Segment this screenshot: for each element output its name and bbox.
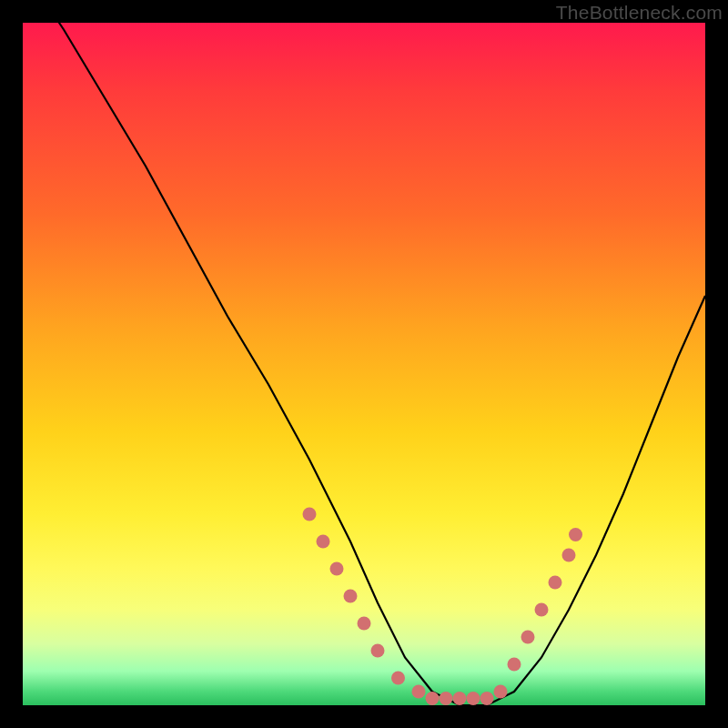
marker-dot	[330, 562, 344, 576]
plot-area	[23, 23, 705, 705]
bottleneck-curve	[23, 0, 705, 705]
marker-dot	[562, 549, 576, 562]
marker-dot	[480, 692, 494, 705]
marker-dot	[358, 617, 371, 631]
marker-dot	[371, 644, 385, 658]
marker-dot	[535, 603, 549, 617]
marker-dot	[440, 692, 453, 705]
chart-svg	[23, 23, 705, 705]
marker-dot	[494, 685, 508, 699]
outer-frame: TheBottleneck.com	[0, 0, 728, 728]
marker-dot	[391, 672, 405, 685]
marker-dot	[344, 590, 358, 603]
marker-dot	[508, 658, 521, 672]
marker-dot	[317, 535, 330, 549]
marker-dot	[549, 576, 562, 590]
marker-dot	[467, 692, 480, 705]
marker-dots	[303, 508, 583, 706]
watermark-text: TheBottleneck.com	[556, 2, 723, 24]
marker-dot	[569, 528, 582, 541]
marker-dot	[453, 692, 467, 705]
marker-dot	[521, 631, 535, 644]
marker-dot	[426, 692, 440, 705]
marker-dot	[412, 685, 426, 699]
marker-dot	[303, 508, 317, 521]
